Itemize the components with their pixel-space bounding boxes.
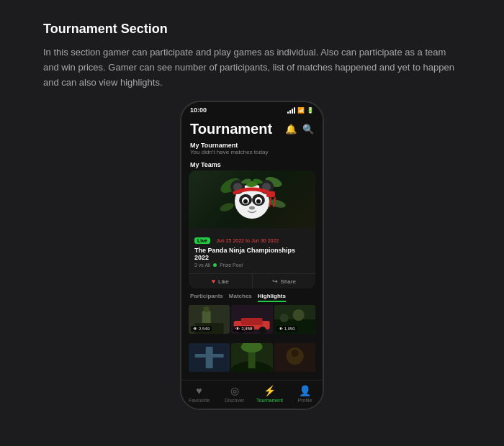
svg-rect-30 (241, 318, 263, 325)
svg-point-14 (256, 199, 261, 204)
section-title: Tournament Section (43, 22, 461, 37)
status-bar: 10:00 📶 🔋 (181, 102, 323, 115)
card-actions: ♥ Like ↪ Share (189, 273, 315, 288)
like-button[interactable]: ♥ Like (189, 274, 253, 288)
card-title: The Panda Ninja Championships 2022 (194, 247, 310, 261)
status-time: 10:00 (190, 106, 207, 114)
nav-favourite-label: Favourite (189, 398, 210, 403)
wifi-icon: 📶 (297, 107, 305, 114)
app-header: Tournament 🔔 🔍 (181, 115, 323, 140)
nav-discover[interactable]: ◎ Discover (217, 385, 252, 403)
highlight-item-6[interactable] (274, 343, 315, 372)
highlight-img-4 (189, 343, 230, 372)
tournament-card: Live Jun 25 2022 to Jun 30 2022 The Pand… (189, 170, 315, 288)
section-description: In this section gamer can participate an… (43, 45, 461, 90)
tournament-icon: ⚡ (264, 385, 276, 396)
phone-mockup: 10:00 📶 🔋 Tournament 🔔 🔍 (180, 101, 324, 410)
tab-highlights[interactable]: Highlights (258, 293, 286, 302)
share-button[interactable]: ↪ Share (253, 274, 316, 288)
panda-illustration (216, 171, 288, 227)
card-image (189, 170, 315, 228)
my-teams-label: My Teams (181, 158, 323, 170)
eye-icon-1: 👁 (193, 327, 197, 331)
svg-point-44 (291, 350, 298, 357)
highlights-grid: 👁 2,549 👁 3,458 (181, 305, 323, 380)
svg-rect-16 (266, 191, 275, 197)
highlight-img-5 (231, 343, 272, 372)
live-badge: Live (194, 237, 210, 244)
discover-icon: ◎ (230, 385, 239, 396)
nav-profile-label: Profile (298, 398, 312, 403)
card-meta: 3 vs All Prize Pool (194, 263, 310, 268)
highlight-item-4[interactable] (189, 343, 230, 372)
bottom-nav: ♥ Favourite ◎ Discover ⚡ Tournament 👤 Pr… (181, 380, 323, 409)
svg-point-15 (249, 206, 255, 210)
highlight-img-6 (274, 343, 315, 372)
header-icons: 🔔 🔍 (285, 124, 314, 135)
status-icons: 📶 🔋 (287, 107, 314, 114)
view-count-2: 👁 3,458 (233, 326, 254, 332)
highlight-item-1[interactable]: 👁 2,549 (189, 305, 230, 334)
svg-point-34 (292, 309, 304, 321)
green-dot (213, 263, 217, 267)
profile-icon: 👤 (299, 385, 311, 396)
view-count-1: 👁 2,549 (191, 326, 212, 332)
card-info: Live Jun 25 2022 to Jun 30 2022 The Pand… (189, 228, 315, 270)
app-title: Tournament (190, 121, 272, 137)
my-tournament-sublabel: You didn't have matches today (190, 149, 314, 155)
nav-discover-label: Discover (225, 398, 244, 403)
my-tournament-section: My Tournament You didn't have matches to… (181, 140, 323, 158)
highlight-item-3[interactable]: 👁 1,050 (274, 305, 315, 334)
view-count-text-2: 3,458 (241, 327, 252, 331)
bell-icon[interactable]: 🔔 (285, 124, 297, 135)
search-icon[interactable]: 🔍 (302, 124, 314, 135)
my-tournament-label: My Tournament (190, 142, 314, 149)
tab-participants[interactable]: Participants (190, 293, 223, 302)
highlight-item-2[interactable]: 👁 3,458 (231, 305, 272, 334)
battery-icon: 🔋 (307, 107, 314, 114)
view-count-3: 👁 1,050 (276, 326, 297, 332)
svg-point-33 (279, 314, 288, 322)
view-count-text-1: 2,549 (199, 327, 210, 331)
svg-line-17 (269, 197, 271, 207)
like-label: Like (218, 278, 229, 285)
page-wrapper: Tournament Section In this section gamer… (0, 0, 504, 446)
svg-point-2 (219, 201, 235, 213)
svg-point-13 (243, 199, 248, 204)
nav-profile[interactable]: 👤 Profile (287, 385, 323, 403)
like-icon: ♥ (212, 278, 215, 285)
card-live-date-row: Live Jun 25 2022 to Jun 30 2022 (194, 232, 310, 245)
highlight-item-5[interactable] (231, 343, 272, 372)
svg-point-24 (204, 306, 210, 312)
screen: Tournament 🔔 🔍 My Tournament You didn't … (181, 115, 323, 409)
share-label: Share (281, 278, 296, 285)
signal-icon (287, 107, 295, 114)
card-prize: Prize Pool (220, 263, 243, 268)
share-icon: ↪ (272, 278, 278, 285)
svg-rect-37 (206, 347, 213, 368)
card-dates: Jun 25 2022 to Jun 30 2022 (216, 238, 279, 243)
svg-point-29 (259, 327, 266, 334)
eye-icon-3: 👁 (279, 327, 283, 331)
nav-favourite[interactable]: ♥ Favourite (181, 385, 217, 403)
tab-matches[interactable]: Matches (229, 293, 252, 302)
nav-tournament[interactable]: ⚡ Tournament (252, 385, 287, 403)
view-count-text-3: 1,050 (284, 327, 295, 331)
content-tabs: Participants Matches Highlights (181, 288, 323, 305)
eye-icon-2: 👁 (235, 327, 240, 331)
description-section: Tournament Section In this section gamer… (43, 22, 461, 90)
card-vs: 3 vs All (194, 263, 210, 268)
nav-tournament-label: Tournament (256, 398, 283, 403)
favourite-icon: ♥ (196, 385, 202, 396)
